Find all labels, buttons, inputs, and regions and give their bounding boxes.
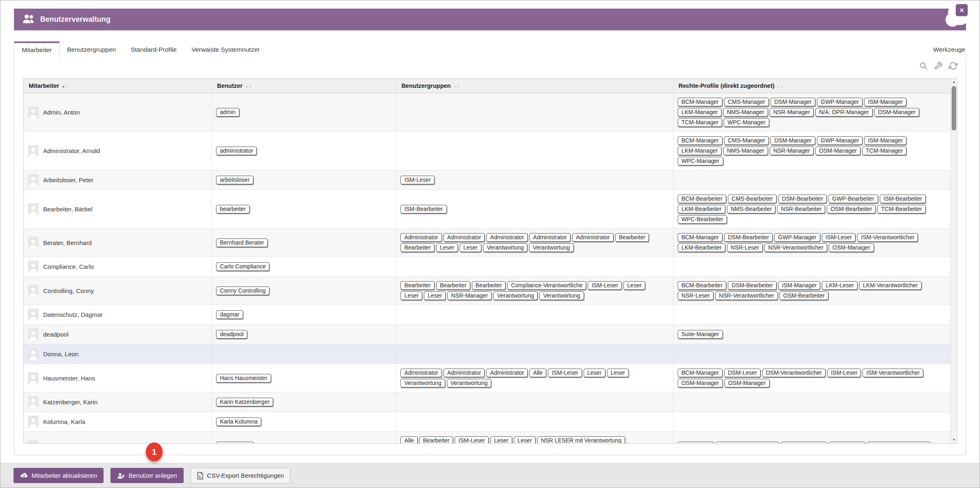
user-chip[interactable]: administrator [216, 147, 257, 155]
group-chip[interactable]: Compliance-Verantwortliche [507, 281, 586, 290]
group-chip[interactable]: Leser [607, 369, 629, 377]
group-chip[interactable]: Administrator [486, 233, 527, 242]
profile-chip[interactable]: ISM-Bearbeiter [781, 442, 827, 444]
profile-chip[interactable]: NSR-Leser [727, 243, 763, 252]
profile-chip[interactable]: NSR-Bearbeiter [777, 205, 825, 213]
profile-chip[interactable]: LKM-Bearbeiter [678, 205, 725, 213]
profile-chip[interactable]: TCM-Manager [678, 118, 722, 127]
profile-chip[interactable]: NMS-Manager [723, 147, 768, 155]
group-chip[interactable]: Administrator [400, 369, 442, 377]
table-row[interactable]: Arbeitsloser, PeterarbeitsloserISM-Leser [24, 170, 950, 190]
group-chip[interactable]: Alle [400, 436, 417, 443]
profile-chip[interactable]: NMS-Manager [723, 108, 768, 117]
profile-chip[interactable]: ISM-Manager [778, 281, 821, 290]
profile-chip[interactable]: ISM-Verantwortlicher [857, 233, 918, 242]
table-row[interactable]: Katzenberger, KarinKarin Katzenberger [24, 392, 950, 412]
profile-chip[interactable]: GWP-Manager [817, 98, 863, 106]
group-chip[interactable]: ISM-Leser [455, 436, 489, 443]
profile-chip[interactable]: NSR-Manager [770, 147, 814, 155]
profile-chip[interactable]: OSM-Bearbeiter [780, 291, 828, 300]
user-chip[interactable]: Conny Controlling [216, 286, 269, 295]
profile-chip[interactable]: NSR-Manager [770, 108, 814, 117]
group-chip[interactable]: Bearbeiter [419, 436, 453, 443]
profile-chip[interactable]: DSM-Bearbeiter [778, 195, 827, 203]
profile-chip[interactable]: BCM-Manager [678, 98, 722, 106]
group-chip[interactable]: Verantwortung [400, 379, 445, 387]
profile-chip[interactable]: OSM-Manager [815, 147, 860, 155]
user-chip[interactable]: dagmar [216, 310, 243, 319]
table-row[interactable]: Admin, AntonadminBCM-ManagerCMS-ManagerD… [24, 93, 950, 132]
scroll-up-icon[interactable]: ▲ [951, 79, 957, 85]
profile-chip[interactable]: WPC-Bearbeiter [678, 215, 727, 224]
user-chip[interactable]: admin [216, 108, 239, 117]
column-header-mitarbeiter[interactable]: Mitarbeiter▲▼ [24, 79, 212, 93]
table-row[interactable]: Kolumna, KarlaKarla Kolumna [24, 412, 950, 432]
profile-chip[interactable]: GWP-Manager [774, 233, 820, 242]
close-button[interactable]: ✕ [956, 4, 968, 16]
group-chip[interactable]: Alle [529, 369, 546, 377]
group-chip[interactable]: Leser [400, 291, 422, 300]
profile-chip[interactable]: OSM-Manager [829, 243, 874, 252]
profile-chip[interactable]: DSM-Manager [771, 98, 815, 106]
group-chip[interactable]: Bearbeiter [400, 243, 435, 252]
profile-chip[interactable]: BCM-Bearbeiter [678, 281, 726, 290]
group-chip[interactable]: ISM-Leser [400, 176, 435, 184]
profile-chip[interactable]: ISM-Leser [822, 233, 856, 242]
profile-chip[interactable]: ISM-Manager [864, 136, 906, 145]
group-chip[interactable]: ISM-Leser [548, 369, 582, 377]
profile-chip[interactable]: CMS-Manager [724, 98, 769, 106]
profile-chip[interactable]: DSM-Manager [771, 136, 815, 145]
mitarbeiter-aktualisieren-button[interactable]: Mitarbeiter aktualisieren [14, 468, 104, 483]
group-chip[interactable]: Bearbeiter [615, 233, 649, 242]
profile-chip[interactable]: NSR-Verantwortlicher [715, 291, 778, 300]
group-chip[interactable]: Leser [623, 281, 645, 290]
group-chip[interactable]: Bearbeiter [436, 281, 470, 290]
profile-chip[interactable]: TCM-Manager [862, 147, 906, 155]
profile-chip[interactable]: OSM-Verantwortlicher [867, 442, 931, 444]
search-icon[interactable] [919, 62, 928, 70]
tab-standard-profile[interactable]: Standard-Profile [123, 41, 184, 58]
user-chip[interactable]: Hans Hausmeister [216, 374, 271, 383]
group-chip[interactable]: Leser [584, 369, 605, 377]
user-chip[interactable]: Karin Kredit [216, 442, 253, 444]
profile-chip[interactable]: BCM-Manager [678, 136, 722, 145]
user-chip[interactable]: Karla Kolumna [216, 417, 261, 426]
group-chip[interactable]: Administrator [529, 233, 571, 242]
group-chip[interactable]: Verantwortung [483, 243, 527, 252]
user-chip[interactable]: Carlo Compliance [216, 262, 269, 271]
group-chip[interactable]: Leser [490, 436, 512, 443]
user-chip[interactable]: arbeitsloser [216, 176, 253, 184]
group-chip[interactable]: Verantwortung [539, 291, 584, 300]
tab-mitarbeiter[interactable]: Mitarbeiter [14, 41, 60, 58]
scroll-down-icon[interactable]: ▼ [951, 437, 957, 443]
profile-chip[interactable]: DSM-Bearbeiter [728, 281, 776, 290]
profile-chip[interactable]: N/A: OPR-Manager [815, 108, 872, 117]
tab-benutzergruppen[interactable]: Benutzergruppen [60, 41, 123, 58]
column-header-benutzergruppen[interactable]: Benutzergruppen▲▼ [396, 79, 674, 93]
group-chip[interactable]: Administrator [444, 233, 485, 242]
group-chip[interactable]: Bearbeiter [400, 281, 435, 290]
group-chip[interactable]: Administrator [486, 369, 527, 377]
user-chip[interactable]: bearbeiter [216, 205, 249, 213]
profile-chip[interactable]: OSM-Leser [828, 442, 865, 444]
group-chip[interactable]: Leser [424, 291, 446, 300]
group-chip[interactable]: NSR-Manager [447, 291, 491, 300]
group-chip[interactable]: Verantwortung [529, 243, 573, 252]
profile-chip[interactable]: CMS-Manager [724, 136, 769, 145]
column-header-rechte-profile-direkt-zugeordnet-[interactable]: Rechte-Profile (direkt zugeordnet)▲▼ [673, 79, 950, 93]
benutzer-anlegen-button[interactable]: Benutzer anlegen [110, 468, 184, 483]
table-row[interactable]: Datenschutz, Dagmardagmar [24, 305, 950, 325]
profile-chip[interactable]: LKM-Bearbeiter [678, 243, 725, 252]
profile-chip[interactable]: OSM-Manager [874, 108, 920, 117]
group-chip[interactable]: Administrator [572, 233, 613, 242]
group-chip[interactable]: Leser [460, 243, 481, 252]
profile-chip[interactable]: DSM-Leser [678, 442, 714, 444]
profile-chip[interactable]: LKM-Manager [678, 147, 722, 155]
table-row[interactable]: Bearbeiter, BärbelbearbeiterISM-Bearbeit… [24, 190, 950, 229]
profile-chip[interactable]: OSM-Manager [725, 379, 770, 387]
profile-chip[interactable]: BCM-Manager [678, 369, 722, 377]
csv-export-berechtigungen-button[interactable]: xCSV-Export Berechtigungen [191, 468, 291, 483]
table-row[interactable]: Hausmeister, HansHans HausmeisterAdminis… [24, 364, 950, 392]
profile-chip[interactable]: Suite-Manager [678, 330, 723, 339]
profile-chip[interactable]: NMS-Bearbeiter [727, 205, 775, 213]
